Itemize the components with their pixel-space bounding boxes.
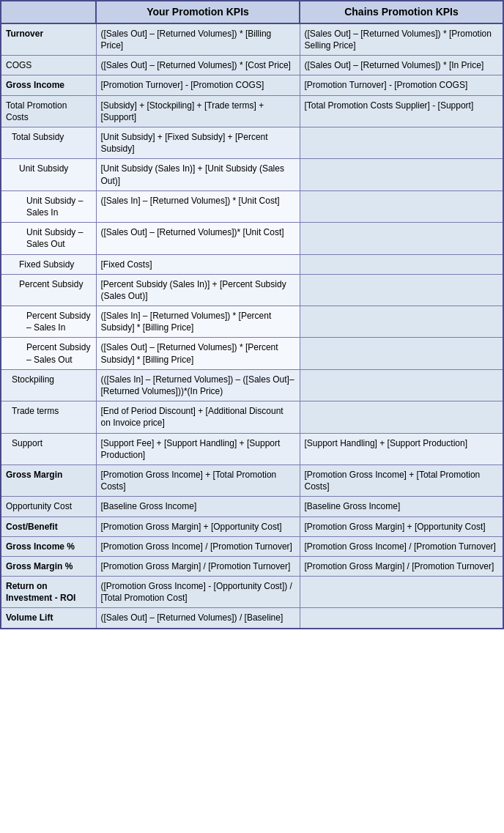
table-row: Stockpiling(([Sales In] – [Returned Volu… — [1, 369, 503, 401]
chain-formula-opportunity-cost: [Baseline Gross Income] — [300, 497, 503, 517]
your-formula-volume-lift: ([Sales Out] – [Returned Volumes]) / [Ba… — [96, 608, 300, 629]
table-row: Unit Subsidy – Sales In([Sales In] – [Re… — [1, 190, 503, 222]
row-label-text: Percent Subsidy — [19, 279, 83, 289]
chain-formula-unit-subsidy — [300, 159, 503, 190]
table-row: Percent Subsidy[Percent Subsidy (Sales I… — [1, 274, 503, 306]
table-row: Turnover([Sales Out] – [Returned Volumes… — [1, 23, 503, 56]
your-formula-gross-income: [Promotion Turnover] - [Promotion COGS] — [96, 75, 300, 95]
table-row: Support[Support Fee] + [Support Handling… — [1, 433, 503, 464]
row-label-text: Percent Subsidy – Sales In — [26, 311, 90, 333]
chain-formula-percent-subsidy — [300, 274, 503, 306]
your-formula-turnover: ([Sales Out] – [Returned Volumes]) * [Bi… — [96, 23, 300, 56]
your-formula-stockpiling: (([Sales In] – [Returned Volumes]) – ([S… — [96, 369, 300, 401]
row-label-gross-margin: Gross Margin — [1, 464, 96, 496]
row-label-text: Unit Subsidy – Sales Out — [26, 227, 83, 249]
your-formula-fixed-subsidy: [Fixed Costs] — [96, 254, 300, 274]
row-label-text: Unit Subsidy – Sales In — [26, 196, 83, 218]
row-label-text: Total Subsidy — [12, 132, 64, 142]
your-formula-unit-subsidy-sales-in: ([Sales In] – [Returned Volumes]) * [Uni… — [96, 190, 300, 222]
your-formula-gross-margin: [Promotion Gross Income] + [Total Promot… — [96, 464, 300, 496]
row-label-text: Turnover — [6, 29, 43, 39]
your-formula-opportunity-cost: [Baseline Gross Income] — [96, 497, 300, 517]
chain-formula-gross-income: [Promotion Turnover] - [Promotion COGS] — [300, 75, 503, 95]
row-label-text: Volume Lift — [6, 612, 53, 623]
your-formula-cost-benefit: [Promotion Gross Margin] + [Opportunity … — [96, 517, 300, 536]
header-your-kpis: Your Promotion KPIs — [96, 1, 300, 23]
row-label-text: Gross Margin — [6, 470, 62, 480]
chain-formula-percent-subsidy-sales-in — [300, 306, 503, 338]
chain-formula-total-subsidy — [300, 127, 503, 159]
your-formula-percent-subsidy: [Percent Subsidy (Sales In)] + [Percent … — [96, 274, 300, 306]
your-formula-percent-subsidy-sales-in: ([Sales In] – [Returned Volumes]) * [Per… — [96, 306, 300, 338]
your-formula-cogs: ([Sales Out] – [Returned Volumes]) * [Co… — [96, 56, 300, 75]
table-row: Volume Lift([Sales Out] – [Returned Volu… — [1, 608, 503, 629]
row-label-gross-income-pct: Gross Income % — [1, 536, 96, 556]
your-formula-roi: ([Promotion Gross Income] - [Opportunity… — [96, 577, 300, 608]
table-row: Gross Margin %[Promotion Gross Margin] /… — [1, 556, 503, 576]
table-row: Trade terms[End of Period Discount] + [A… — [1, 401, 503, 433]
chain-formula-turnover: ([Sales Out] – [Returned Volumes]) * [Pr… — [300, 23, 503, 56]
row-label-volume-lift: Volume Lift — [1, 608, 96, 629]
row-label-text: Cost/Benefit — [6, 522, 58, 532]
chain-formula-percent-subsidy-sales-out — [300, 338, 503, 369]
row-label-percent-subsidy-sales-out: Percent Subsidy – Sales Out — [1, 338, 96, 369]
chain-formula-gross-margin: [Promotion Gross Income] + [Total Promot… — [300, 464, 503, 496]
table-row: Total Promotion Costs[Subsidy] + [Stockp… — [1, 95, 503, 127]
row-label-percent-subsidy: Percent Subsidy — [1, 274, 96, 306]
your-formula-percent-subsidy-sales-out: ([Sales Out] – [Returned Volumes]) * [Pe… — [96, 338, 300, 369]
row-label-unit-subsidy-sales-out: Unit Subsidy – Sales Out — [1, 223, 96, 254]
row-label-text: COGS — [6, 60, 32, 70]
table-row: Cost/Benefit[Promotion Gross Margin] + [… — [1, 517, 503, 536]
chain-formula-volume-lift — [300, 608, 503, 629]
row-label-unit-subsidy: Unit Subsidy — [1, 159, 96, 190]
row-label-support: Support — [1, 433, 96, 464]
row-label-text: Return on Investment - ROI — [6, 581, 75, 603]
row-label-stockpiling: Stockpiling — [1, 369, 96, 401]
chain-formula-unit-subsidy-sales-in — [300, 190, 503, 222]
row-label-total-subsidy: Total Subsidy — [1, 127, 96, 159]
table-row: Unit Subsidy – Sales Out([Sales Out] – [… — [1, 223, 503, 254]
chain-formula-support: [Support Handling] + [Support Production… — [300, 433, 503, 464]
row-label-text: Stockpiling — [12, 374, 54, 385]
table-row: Gross Income[Promotion Turnover] - [Prom… — [1, 75, 503, 95]
chain-formula-cogs: ([Sales Out] – [Returned Volumes]) * [In… — [300, 56, 503, 75]
header-chain-kpis: Chains Promotion KPIs — [300, 1, 503, 23]
table-row: Percent Subsidy – Sales Out([Sales Out] … — [1, 338, 503, 369]
table-row: Fixed Subsidy[Fixed Costs] — [1, 254, 503, 274]
row-label-text: Gross Income — [6, 80, 64, 90]
table-row: Percent Subsidy – Sales In([Sales In] – … — [1, 306, 503, 338]
chain-formula-fixed-subsidy — [300, 254, 503, 274]
row-label-gross-income: Gross Income — [1, 75, 96, 95]
chain-formula-unit-subsidy-sales-out — [300, 223, 503, 254]
your-formula-unit-subsidy-sales-out: ([Sales Out] – [Returned Volumes])* [Uni… — [96, 223, 300, 254]
table-row: COGS([Sales Out] – [Returned Volumes]) *… — [1, 56, 503, 75]
your-formula-gross-margin-pct: [Promotion Gross Margin] / [Promotion Tu… — [96, 556, 300, 576]
row-label-roi: Return on Investment - ROI — [1, 577, 96, 608]
row-label-text: Gross Margin % — [6, 561, 73, 571]
row-label-opportunity-cost: Opportunity Cost — [1, 497, 96, 517]
row-label-turnover: Turnover — [1, 23, 96, 56]
row-label-text: Trade terms — [12, 406, 59, 416]
your-formula-unit-subsidy: [Unit Subsidy (Sales In)] + [Unit Subsid… — [96, 159, 300, 190]
row-label-text: Opportunity Cost — [6, 501, 72, 511]
chain-formula-stockpiling — [300, 369, 503, 401]
row-label-cogs: COGS — [1, 56, 96, 75]
row-label-gross-margin-pct: Gross Margin % — [1, 556, 96, 576]
chain-formula-total-promotion-costs: [Total Promotion Costs Supplier] - [Supp… — [300, 95, 503, 127]
row-label-text: Support — [12, 438, 42, 448]
row-label-text: Fixed Subsidy — [19, 259, 74, 270]
your-formula-total-subsidy: [Unit Subsidy] + [Fixed Subsidy] + [Perc… — [96, 127, 300, 159]
table-row: Return on Investment - ROI([Promotion Gr… — [1, 577, 503, 608]
chain-formula-gross-margin-pct: [Promotion Gross Margin] / [Promotion Tu… — [300, 556, 503, 576]
row-label-text: Percent Subsidy – Sales Out — [26, 342, 90, 364]
row-label-trade-terms: Trade terms — [1, 401, 96, 433]
table-row: Unit Subsidy[Unit Subsidy (Sales In)] + … — [1, 159, 503, 190]
row-label-total-promotion-costs: Total Promotion Costs — [1, 95, 96, 127]
chain-formula-gross-income-pct: [Promotion Gross Income] / [Promotion Tu… — [300, 536, 503, 556]
chain-formula-cost-benefit: [Promotion Gross Margin] + [Opportunity … — [300, 517, 503, 536]
chain-formula-roi — [300, 577, 503, 608]
your-formula-total-promotion-costs: [Subsidy] + [Stockpiling] + [Trade terms… — [96, 95, 300, 127]
your-formula-support: [Support Fee] + [Support Handling] + [Su… — [96, 433, 300, 464]
row-label-fixed-subsidy: Fixed Subsidy — [1, 254, 96, 274]
header-label-col — [1, 1, 96, 23]
